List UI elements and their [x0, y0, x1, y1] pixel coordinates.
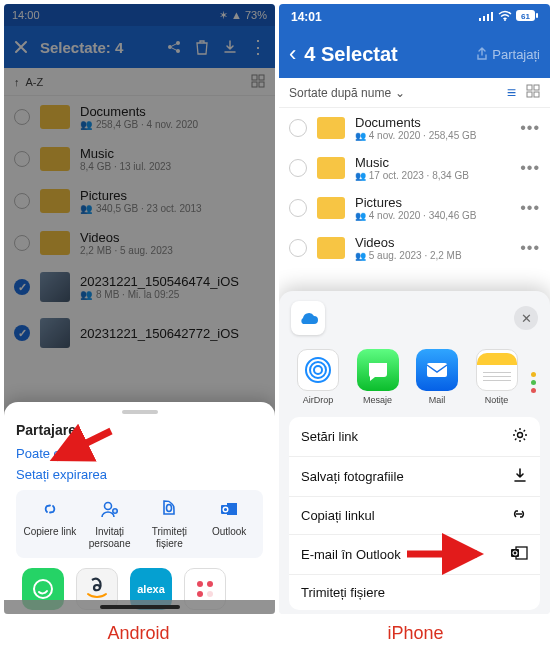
signal-icon: ✶	[219, 9, 228, 22]
android-caption: Android	[0, 623, 277, 644]
more-icon[interactable]: •••	[520, 239, 540, 257]
shared-icon: 👥	[80, 119, 92, 130]
select-circle[interactable]	[289, 159, 307, 177]
folder-icon	[317, 237, 345, 259]
iphone-phone: 14:01 61 ‹ 4 Selectat Partajați	[279, 4, 550, 614]
svg-rect-22	[491, 12, 493, 21]
select-circle[interactable]	[14, 325, 30, 341]
list-item[interactable]: Pictures👥340,5 GB · 23 oct. 2013	[4, 180, 275, 222]
file-meta: 👥258,4 GB · 4 nov. 2020	[80, 119, 265, 130]
svg-rect-20	[483, 16, 485, 21]
sort-bar[interactable]: ↑ A-Z	[4, 68, 275, 96]
action-copy[interactable]: Copiere link	[20, 498, 80, 550]
overflow-icon[interactable]: ⋮	[249, 38, 267, 56]
file-meta: 👥8 MB · Mi. la 09:25	[80, 289, 265, 300]
action-label: Copiere link	[23, 526, 76, 538]
select-circle[interactable]	[14, 279, 30, 295]
android-nav-bar	[4, 600, 275, 614]
list-item[interactable]: Pictures👥 4 nov. 2020 · 340,46 GB•••	[279, 188, 550, 228]
wifi-icon: ▲	[231, 9, 242, 21]
permission-link[interactable]: Poate edita ▾	[16, 446, 263, 461]
more-apps-icon[interactable]	[531, 349, 536, 405]
svg-rect-34	[427, 363, 447, 377]
grid-view-icon[interactable]	[251, 74, 265, 90]
close-icon[interactable]	[12, 38, 30, 56]
menu-label: Trimiteți fișiere	[301, 585, 385, 600]
folder-icon	[40, 147, 70, 171]
svg-rect-27	[527, 85, 532, 90]
sort-label: Sortate după nume	[289, 86, 391, 100]
menu-send[interactable]: Trimiteți fișiere	[289, 575, 540, 610]
onedrive-icon	[291, 301, 325, 335]
share-icon[interactable]	[165, 38, 183, 56]
android-status-bar: 14:00 ✶ ▲ 73%	[4, 4, 275, 26]
select-circle[interactable]	[289, 239, 307, 257]
svg-point-2	[176, 49, 180, 53]
list-item[interactable]: 20231221_150546474_iOS👥8 MB · Mi. la 09:…	[4, 264, 275, 310]
expiry-link[interactable]: Setați expirarea	[16, 467, 263, 482]
svg-rect-29	[527, 92, 532, 97]
folder-icon	[40, 189, 70, 213]
file-name: Pictures	[80, 188, 265, 203]
list-item[interactable]: Videos2,2 MB · 5 aug. 2023	[4, 222, 275, 264]
svg-point-31	[314, 366, 322, 374]
share-button[interactable]: Partajați	[476, 47, 540, 62]
list-item[interactable]: Music👥 17 oct. 2023 · 8,34 GB•••	[279, 148, 550, 188]
select-circle[interactable]	[289, 199, 307, 217]
list-item[interactable]: Videos👥 5 aug. 2023 · 2,2 MB•••	[279, 228, 550, 268]
menu-settings[interactable]: Setări link	[289, 417, 540, 457]
app-notite[interactable]: Notițe	[472, 349, 522, 405]
mail-icon	[416, 349, 458, 391]
more-icon[interactable]: •••	[520, 159, 540, 177]
delete-icon[interactable]	[193, 38, 211, 56]
airdrop-icon	[297, 349, 339, 391]
app-mail[interactable]: Mail	[412, 349, 462, 405]
app-mesaje[interactable]: Mesaje	[353, 349, 403, 405]
menu-eoutlook[interactable]: E-mail în Outlook	[289, 535, 540, 575]
file-meta: 👥 4 nov. 2020 · 258,45 GB	[355, 130, 510, 141]
more-icon[interactable]: •••	[520, 199, 540, 217]
image-thumbnail	[40, 272, 70, 302]
list-item[interactable]: Documents👥 4 nov. 2020 · 258,45 GB•••	[279, 108, 550, 148]
battery-icon: 61	[516, 10, 538, 24]
home-indicator[interactable]	[100, 605, 180, 609]
copy-icon	[39, 498, 61, 520]
menu-label: Copiați linkul	[301, 508, 375, 523]
svg-rect-25	[536, 13, 538, 18]
svg-rect-5	[252, 82, 257, 87]
status-time: 14:00	[12, 9, 40, 21]
svg-rect-37	[511, 549, 519, 557]
file-meta: 2,2 MB · 5 aug. 2023	[80, 245, 265, 256]
action-label: Invitați persoane	[80, 526, 140, 550]
file-meta: 👥 17 oct. 2023 · 8,34 GB	[355, 170, 510, 181]
list-view-icon[interactable]: ≡	[507, 84, 516, 102]
file-meta: 8,4 GB · 13 iul. 2023	[80, 161, 265, 172]
list-item[interactable]: Documents👥258,4 GB · 4 nov. 2020	[4, 96, 275, 138]
select-circle[interactable]	[14, 151, 30, 167]
list-item[interactable]: Music8,4 GB · 13 iul. 2023	[4, 138, 275, 180]
grid-view-icon[interactable]	[526, 84, 540, 102]
menu-save[interactable]: Salvați fotografiile	[289, 457, 540, 497]
select-circle[interactable]	[14, 193, 30, 209]
menu-copy[interactable]: Copiați linkul	[289, 497, 540, 535]
action-outlook[interactable]: Outlook	[199, 498, 259, 550]
sort-bar[interactable]: Sortate după nume ⌄ ≡	[279, 78, 550, 108]
grab-handle[interactable]	[122, 410, 158, 414]
action-send[interactable]: Trimiteți fișiere	[140, 498, 200, 550]
app-airdrop[interactable]: AirDrop	[293, 349, 343, 405]
list-item[interactable]: 20231221_150642772_iOS	[4, 310, 275, 356]
svg-point-16	[197, 591, 203, 597]
svg-rect-4	[259, 75, 264, 80]
select-circle[interactable]	[14, 235, 30, 251]
app-label: AirDrop	[303, 395, 334, 405]
file-name: 20231221_150642772_iOS	[80, 326, 265, 341]
svg-point-13	[34, 580, 52, 598]
select-circle[interactable]	[289, 119, 307, 137]
close-button[interactable]: ✕	[514, 306, 538, 330]
action-invite[interactable]: Invitați persoane	[80, 498, 140, 550]
back-icon[interactable]: ‹	[289, 41, 296, 67]
more-icon[interactable]: •••	[520, 119, 540, 137]
select-circle[interactable]	[14, 109, 30, 125]
svg-point-35	[518, 433, 523, 438]
download-icon[interactable]	[221, 38, 239, 56]
